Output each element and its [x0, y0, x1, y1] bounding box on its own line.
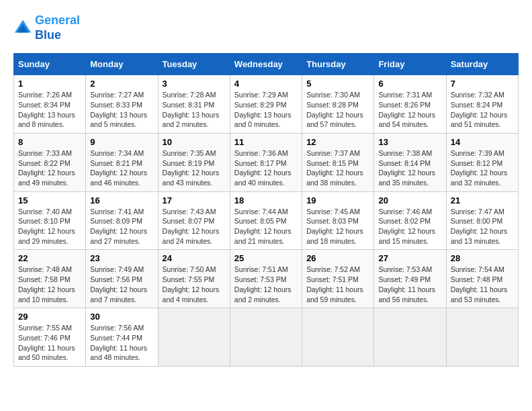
day-info: Sunrise: 7:26 AM Sunset: 8:34 PM Dayligh…: [18, 90, 81, 130]
day-info: Sunrise: 7:44 AM Sunset: 8:05 PM Dayligh…: [234, 207, 298, 246]
day-number: 15: [18, 195, 81, 205]
day-number: 17: [163, 195, 226, 205]
day-info: Sunrise: 7:50 AM Sunset: 7:55 PM Dayligh…: [163, 265, 226, 304]
day-info: Sunrise: 7:29 AM Sunset: 8:29 PM Dayligh…: [234, 90, 298, 130]
day-number: 9: [90, 137, 153, 147]
day-number: 24: [163, 253, 226, 263]
day-info: Sunrise: 7:45 AM Sunset: 8:03 PM Dayligh…: [306, 207, 369, 246]
week-row-4: 22Sunrise: 7:48 AM Sunset: 7:58 PM Dayli…: [14, 250, 519, 308]
day-number: 25: [234, 253, 298, 263]
calendar-cell: [158, 308, 230, 367]
day-info: Sunrise: 7:49 AM Sunset: 7:56 PM Dayligh…: [90, 265, 153, 304]
calendar-cell: 20Sunrise: 7:46 AM Sunset: 8:02 PM Dayli…: [374, 191, 446, 250]
day-info: Sunrise: 7:35 AM Sunset: 8:19 PM Dayligh…: [163, 148, 226, 188]
calendar-cell: 4Sunrise: 7:29 AM Sunset: 8:29 PM Daylig…: [230, 75, 302, 134]
day-number: 1: [18, 79, 81, 89]
day-number: 12: [306, 137, 369, 147]
day-info: Sunrise: 7:41 AM Sunset: 8:09 PM Dayligh…: [90, 207, 153, 246]
logo: General Blue: [13, 13, 80, 42]
calendar-cell: 6Sunrise: 7:31 AM Sunset: 8:26 PM Daylig…: [374, 75, 446, 134]
calendar-cell: 2Sunrise: 7:27 AM Sunset: 8:33 PM Daylig…: [86, 75, 158, 134]
day-number: 2: [90, 79, 153, 89]
calendar-body: 1Sunrise: 7:26 AM Sunset: 8:34 PM Daylig…: [14, 75, 519, 367]
day-info: Sunrise: 7:51 AM Sunset: 7:53 PM Dayligh…: [234, 265, 298, 304]
calendar-table: SundayMondayTuesdayWednesdayThursdayFrid…: [13, 53, 519, 367]
calendar-cell: 7Sunrise: 7:32 AM Sunset: 8:24 PM Daylig…: [446, 75, 518, 134]
calendar-cell: [374, 308, 446, 367]
days-of-week-header: SundayMondayTuesdayWednesdayThursdayFrid…: [14, 54, 519, 75]
calendar-cell: 8Sunrise: 7:33 AM Sunset: 8:22 PM Daylig…: [14, 133, 86, 191]
calendar-cell: 11Sunrise: 7:36 AM Sunset: 8:17 PM Dayli…: [230, 133, 302, 191]
day-info: Sunrise: 7:48 AM Sunset: 7:58 PM Dayligh…: [18, 265, 81, 304]
calendar-cell: 28Sunrise: 7:54 AM Sunset: 7:48 PM Dayli…: [446, 250, 518, 308]
week-row-3: 15Sunrise: 7:40 AM Sunset: 8:10 PM Dayli…: [14, 191, 519, 250]
day-info: Sunrise: 7:39 AM Sunset: 8:12 PM Dayligh…: [451, 148, 514, 188]
dow-thursday: Thursday: [302, 54, 374, 75]
day-info: Sunrise: 7:53 AM Sunset: 7:49 PM Dayligh…: [378, 265, 441, 304]
calendar-cell: 5Sunrise: 7:30 AM Sunset: 8:28 PM Daylig…: [302, 75, 374, 134]
day-info: Sunrise: 7:40 AM Sunset: 8:10 PM Dayligh…: [18, 207, 81, 246]
day-info: Sunrise: 7:31 AM Sunset: 8:26 PM Dayligh…: [378, 90, 441, 130]
day-number: 21: [451, 195, 514, 205]
logo-icon: [13, 19, 32, 38]
day-number: 16: [90, 195, 153, 205]
dow-wednesday: Wednesday: [230, 54, 302, 75]
dow-saturday: Saturday: [446, 54, 518, 75]
day-number: 29: [18, 312, 81, 322]
day-info: Sunrise: 7:28 AM Sunset: 8:31 PM Dayligh…: [163, 90, 226, 130]
day-info: Sunrise: 7:54 AM Sunset: 7:48 PM Dayligh…: [451, 265, 514, 304]
calendar-cell: 22Sunrise: 7:48 AM Sunset: 7:58 PM Dayli…: [14, 250, 86, 308]
day-info: Sunrise: 7:32 AM Sunset: 8:24 PM Dayligh…: [451, 90, 514, 130]
calendar-cell: 10Sunrise: 7:35 AM Sunset: 8:19 PM Dayli…: [158, 133, 230, 191]
dow-tuesday: Tuesday: [158, 54, 230, 75]
day-info: Sunrise: 7:43 AM Sunset: 8:07 PM Dayligh…: [163, 207, 226, 246]
calendar-cell: 24Sunrise: 7:50 AM Sunset: 7:55 PM Dayli…: [158, 250, 230, 308]
calendar-cell: 17Sunrise: 7:43 AM Sunset: 8:07 PM Dayli…: [158, 191, 230, 250]
dow-monday: Monday: [86, 54, 158, 75]
day-number: 30: [90, 312, 153, 322]
day-number: 23: [90, 253, 153, 263]
calendar-cell: 30Sunrise: 7:56 AM Sunset: 7:44 PM Dayli…: [86, 308, 158, 367]
day-number: 20: [378, 195, 441, 205]
calendar-cell: 25Sunrise: 7:51 AM Sunset: 7:53 PM Dayli…: [230, 250, 302, 308]
week-row-1: 1Sunrise: 7:26 AM Sunset: 8:34 PM Daylig…: [14, 75, 519, 134]
calendar-cell: 14Sunrise: 7:39 AM Sunset: 8:12 PM Dayli…: [446, 133, 518, 191]
page-header: General Blue: [13, 13, 519, 42]
calendar-cell: [302, 308, 374, 367]
day-info: Sunrise: 7:38 AM Sunset: 8:14 PM Dayligh…: [378, 148, 441, 188]
day-number: 4: [234, 79, 298, 89]
calendar-cell: 27Sunrise: 7:53 AM Sunset: 7:49 PM Dayli…: [374, 250, 446, 308]
week-row-2: 8Sunrise: 7:33 AM Sunset: 8:22 PM Daylig…: [14, 133, 519, 191]
calendar-cell: 13Sunrise: 7:38 AM Sunset: 8:14 PM Dayli…: [374, 133, 446, 191]
day-number: 7: [451, 79, 514, 89]
day-number: 5: [306, 79, 369, 89]
calendar-cell: 9Sunrise: 7:34 AM Sunset: 8:21 PM Daylig…: [86, 133, 158, 191]
day-info: Sunrise: 7:27 AM Sunset: 8:33 PM Dayligh…: [90, 90, 153, 130]
day-number: 10: [163, 137, 226, 147]
calendar-cell: 1Sunrise: 7:26 AM Sunset: 8:34 PM Daylig…: [14, 75, 86, 134]
day-info: Sunrise: 7:36 AM Sunset: 8:17 PM Dayligh…: [234, 148, 298, 188]
calendar-cell: 18Sunrise: 7:44 AM Sunset: 8:05 PM Dayli…: [230, 191, 302, 250]
day-number: 6: [378, 79, 441, 89]
day-number: 11: [234, 137, 298, 147]
day-info: Sunrise: 7:52 AM Sunset: 7:51 PM Dayligh…: [306, 265, 369, 304]
day-info: Sunrise: 7:46 AM Sunset: 8:02 PM Dayligh…: [378, 207, 441, 246]
calendar-cell: 21Sunrise: 7:47 AM Sunset: 8:00 PM Dayli…: [446, 191, 518, 250]
day-info: Sunrise: 7:47 AM Sunset: 8:00 PM Dayligh…: [451, 207, 514, 246]
calendar-cell: 23Sunrise: 7:49 AM Sunset: 7:56 PM Dayli…: [86, 250, 158, 308]
day-info: Sunrise: 7:33 AM Sunset: 8:22 PM Dayligh…: [18, 148, 81, 188]
day-info: Sunrise: 7:56 AM Sunset: 7:44 PM Dayligh…: [90, 323, 153, 363]
calendar-cell: 19Sunrise: 7:45 AM Sunset: 8:03 PM Dayli…: [302, 191, 374, 250]
dow-sunday: Sunday: [14, 54, 86, 75]
day-number: 8: [18, 137, 81, 147]
calendar-cell: 29Sunrise: 7:55 AM Sunset: 7:46 PM Dayli…: [14, 308, 86, 367]
day-number: 3: [163, 79, 226, 89]
calendar-cell: [446, 308, 518, 367]
calendar-cell: [230, 308, 302, 367]
day-number: 14: [451, 137, 514, 147]
calendar-cell: 16Sunrise: 7:41 AM Sunset: 8:09 PM Dayli…: [86, 191, 158, 250]
day-number: 27: [378, 253, 441, 263]
week-row-5: 29Sunrise: 7:55 AM Sunset: 7:46 PM Dayli…: [14, 308, 519, 367]
day-number: 22: [18, 253, 81, 263]
day-info: Sunrise: 7:37 AM Sunset: 8:15 PM Dayligh…: [306, 148, 369, 188]
